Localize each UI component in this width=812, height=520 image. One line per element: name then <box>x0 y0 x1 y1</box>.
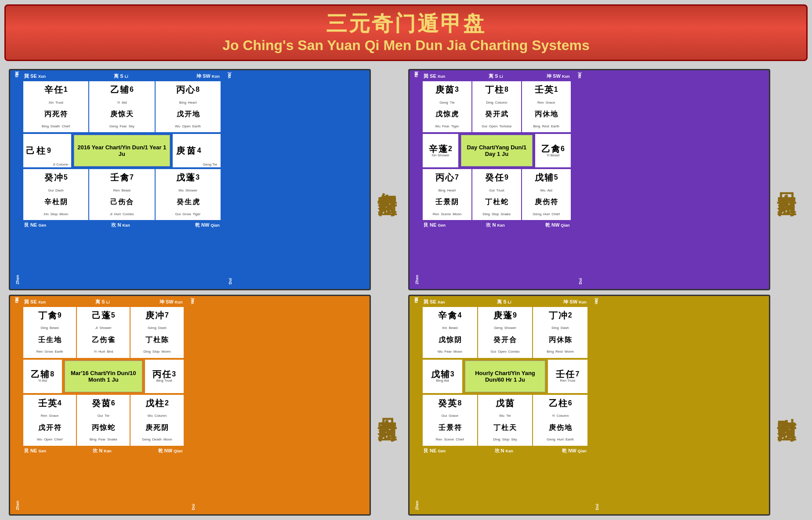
header-banner: 三元奇门遁甲盘 Jo Ching's San Yuan Qi Men Dun J… <box>4 4 808 61</box>
hour-cell-6: 壬 任 7 Ren Trust <box>548 360 587 393</box>
day-cell-6: 乙 禽 6 Yi Beast <box>535 134 571 167</box>
day-bot-compass: 艮 NE Gen 坎 N Kan 乾 NW Qian <box>421 221 573 229</box>
hour-banner: Hourly Chart/Yin Yang Dun/60 Hr 1 Ju <box>465 361 545 392</box>
day-cell-3: 壬 英 1 Ren Grace 丙 休 <box>522 81 571 132</box>
year-left-compass: 震 E Zhen <box>10 70 20 289</box>
year-chart: 震 E Zhen 巽 SE Xun 离 S Li 坤 SW Kun <box>9 69 371 290</box>
hour-cell-1: 辛 禽 4 Xin Beast 戊 惊 <box>423 307 477 358</box>
year-side-label: 年家奇门盘 <box>371 177 404 182</box>
day-left-compass: 震 E Zhen <box>410 70 419 289</box>
month-cell-1: 丁 禽 9 Ding Beast 壬 生 <box>23 307 76 358</box>
month-left-compass: 震 E Zhen <box>10 296 20 514</box>
year-banner: 2016 Year Chart/Yin Dun/1 Year 1 Ju <box>74 135 170 166</box>
month-right-compass: 兑 W Dui <box>187 296 197 514</box>
hour-cell-3: 丁 冲 2 Ding Dash 丙 休 <box>533 307 587 358</box>
year-cell-4: 己 柱 9 Ji Column <box>23 134 71 167</box>
year-cell-8: 壬 禽 7 Ren Beast 己 伤 <box>89 169 154 220</box>
day-side-label: 日家奇门盘 <box>770 177 803 182</box>
hour-cell-9: 乙 柱 6 Yi Column 庚 伤 <box>533 395 587 446</box>
month-cell-8: 癸 茵 6 Gui Tie 丙 惊 <box>77 395 130 446</box>
year-bot-row: 癸 冲 5 Gui Dash 辛 杜 <box>22 168 222 221</box>
year-cell-9: 戊 蓬 3 Wu Shower 癸 生 <box>156 169 221 220</box>
month-cell-9: 戊 柱 2 Wu Column 庚 死 <box>130 395 183 446</box>
year-cell-6: 庚 茵 4 Geng Tie <box>173 134 221 167</box>
month-bot-compass: 艮 NE Gen 坎 N Kan 乾 NW Qian <box>22 447 185 455</box>
hour-chart: 震 E Zhen 巽 SE Xan 离 S Li 坤 SW Kun 辛 <box>408 295 770 516</box>
hour-left-compass: 震 E Zhen <box>410 296 419 514</box>
month-chart: 震 E Zhen 巽 SE Xun 离 S Li 坤 SW Kun 丁 <box>9 295 371 516</box>
hour-bot-compass: 艮 NE Gen 坎 N Kan 乾 NW Qian <box>421 447 589 455</box>
hour-top-row: 辛 禽 4 Xin Beast 戊 惊 <box>421 306 589 359</box>
year-right-compass: 兑 W Dui <box>224 70 234 289</box>
day-cell-7: 丙 心 7 Bing Heart 壬 景 <box>423 169 471 220</box>
day-chart-wrapper: 震 E Zhen 巽 SE Xun 离 S Li 坤 SW Kun 庚 <box>408 69 803 290</box>
year-cell-3: 丙 心 8 Bing Heart 戊 开 <box>156 81 221 132</box>
month-side-label: 月家奇门盘 <box>371 403 404 407</box>
year-cell-2: 乙 辅 6 Yi Aid 庚 惊 <box>89 81 154 132</box>
year-top-compass: 巽 SE Xun 离 S Li 坤 SW Kun <box>22 72 222 80</box>
hour-cell-7: 癸 英 8 Gui Grace 壬 景 <box>423 395 477 446</box>
day-cell-1: 庚 茵 3 Geng Tie 戊 惊 <box>423 81 471 132</box>
year-mid-row: 己 柱 9 Ji Column 2016 Year Chart/Yin Dun/… <box>22 133 222 168</box>
hour-bot-row: 癸 英 8 Gui Grace 壬 景 <box>421 394 589 447</box>
day-cell-9: 戊 辅 5 Wu Aid 庚 伤 <box>522 169 571 220</box>
chinese-title: 三元奇门遁甲盘 <box>14 11 798 36</box>
year-bot-compass: 艮 NE Gen 坎 N Kan 乾 NW Qian <box>22 221 222 229</box>
month-top-row: 丁 禽 9 Ding Beast 壬 生 <box>22 306 185 359</box>
hour-right-compass: 兑 W Dui <box>591 296 601 514</box>
hour-side-label: 时家奇门盘 <box>770 403 803 407</box>
english-title: Jo Ching's San Yuan Qi Men Dun Jia Chart… <box>14 36 798 55</box>
month-bot-row: 壬 英 4 Ren Grace 戊 开 <box>22 394 185 447</box>
day-right-compass: 兑 W Dui <box>574 70 584 289</box>
year-cell-1: 辛 任 1 Xin Trust 丙 死 <box>23 81 88 132</box>
month-chart-wrapper: 震 E Zhen 巽 SE Xun 离 S Li 坤 SW Kun 丁 <box>9 295 404 516</box>
month-cell-3: 庚 冲 7 Geng Dash 丁 杜 <box>130 307 183 358</box>
day-top-compass: 巽 SE Xun 离 S Li 坤 SW Kun <box>421 72 573 80</box>
day-cell-2: 丁 柱 8 Ding Column 癸 开 <box>472 81 521 132</box>
hour-cell-4: 戊 辅 3 Bing Aid <box>423 360 462 393</box>
day-bot-row: 丙 心 7 Bing Heart 壬 景 <box>421 168 573 221</box>
day-cell-8: 癸 任 9 Gui Trust 丁 杜 <box>472 169 521 220</box>
day-banner: Day Chart/Yang Dun/1 Day 1 Ju <box>461 135 533 166</box>
main-container: 三元奇门遁甲盘 Jo Ching's San Yuan Qi Men Dun J… <box>0 0 812 520</box>
month-cell-7: 壬 英 4 Ren Grace 戊 开 <box>23 395 76 446</box>
month-mid-row: 乙 辅 8 Yi Aid Mar'16 Chart/Yin Dun/10 Mon… <box>22 359 185 394</box>
hour-cell-2: 庚 蓬 9 Geng Shower 癸 开 <box>478 307 533 358</box>
day-cell-4: 辛 蓬 2 Xin Shower <box>423 134 458 167</box>
month-banner: Mar'16 Chart/Yin Dun/10 Month 1 Ju <box>65 361 142 392</box>
month-cell-2: 己 蓬 5 Ji Shower 乙 伤 <box>77 307 130 358</box>
day-mid-row: 辛 蓬 2 Xin Shower Day Chart/Yang Dun/1 Da… <box>421 133 573 168</box>
hour-mid-row: 戊 辅 3 Bing Aid Hourly Chart/Yin Yang Dun… <box>421 359 589 394</box>
day-top-row: 庚 茵 3 Geng Tie 戊 惊 <box>421 80 573 133</box>
hour-chart-wrapper: 震 E Zhen 巽 SE Xan 离 S Li 坤 SW Kun 辛 <box>408 295 803 516</box>
year-top-row: 辛 任 1 Xin Trust 丙 死 <box>22 80 222 133</box>
month-cell-6: 丙 任 3 Bing Trust <box>145 360 184 393</box>
day-chart: 震 E Zhen 巽 SE Xun 离 S Li 坤 SW Kun 庚 <box>408 69 770 290</box>
month-cell-4: 乙 辅 8 Yi Aid <box>23 360 62 393</box>
charts-area: 震 E Zhen 巽 SE Xun 离 S Li 坤 SW Kun <box>4 69 808 516</box>
month-top-compass: 巽 SE Xun 离 S Li 坤 SW Kun <box>22 298 185 306</box>
hour-cell-8: 戊 茵 Wu Tie 丁 杜 天 <box>478 395 533 446</box>
hour-top-compass: 巽 SE Xan 离 S Li 坤 SW Kun <box>421 298 589 306</box>
year-chart-wrapper: 震 E Zhen 巽 SE Xun 离 S Li 坤 SW Kun <box>9 69 404 290</box>
year-cell-7: 癸 冲 5 Gui Dash 辛 杜 <box>23 169 88 220</box>
